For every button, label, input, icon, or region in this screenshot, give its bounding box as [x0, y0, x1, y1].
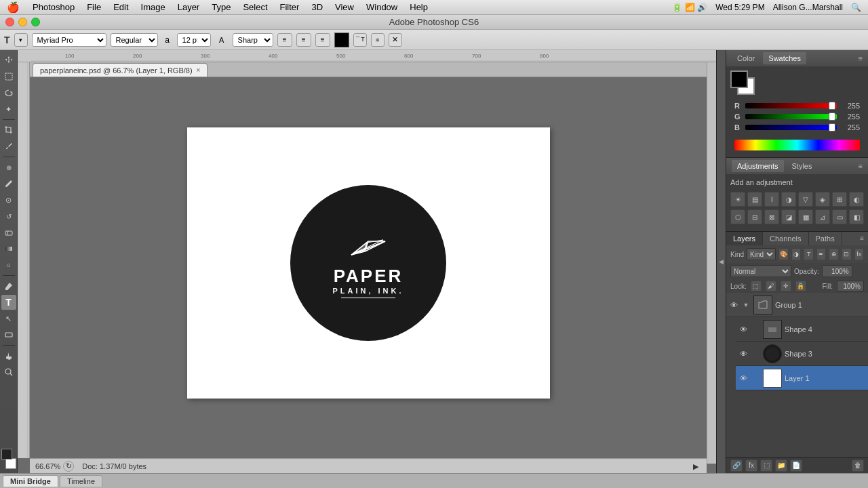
align-center-button[interactable]: ≡	[296, 33, 311, 47]
r-slider[interactable]	[745, 103, 837, 108]
fg-bg-swatches[interactable]	[730, 70, 755, 95]
hsl-btn[interactable]: ◈	[815, 192, 830, 207]
dodge-tool[interactable]: ○	[1, 258, 16, 272]
adjustments-tab[interactable]: Adjustments	[732, 160, 784, 172]
filter-pixel-btn[interactable]: 🎨	[778, 248, 789, 260]
foreground-color[interactable]	[1, 449, 12, 460]
layer-item-shape3[interactable]: 👁 Shape 3	[736, 342, 868, 366]
delete-layer-btn[interactable]: 🗑	[852, 460, 864, 472]
styles-tab[interactable]: Styles	[787, 160, 818, 172]
photo-filter-btn[interactable]: ⬡	[730, 209, 745, 224]
warp-text-button[interactable]: ⌒T	[353, 33, 367, 47]
type-tool[interactable]: T	[1, 295, 16, 310]
brightness-contrast-btn[interactable]: ☀	[730, 192, 745, 207]
menu-select[interactable]: Select	[237, 0, 273, 14]
close-button[interactable]	[5, 18, 14, 26]
gradient-tool[interactable]	[1, 241, 16, 256]
menu-image[interactable]: Image	[135, 0, 172, 14]
zoom-rotate-button[interactable]: ↻	[63, 461, 74, 472]
background-color[interactable]	[5, 458, 16, 469]
lock-transparent-btn[interactable]: ⬚	[751, 281, 762, 291]
history-brush-tool[interactable]: ↺	[1, 209, 16, 224]
character-panel-button[interactable]: ≡	[371, 33, 384, 47]
color-panel-header[interactable]: Color Swatches ≡	[726, 50, 868, 66]
add-layer-style-btn[interactable]: fx	[745, 460, 757, 472]
color-lookup-btn[interactable]: ⊠	[764, 209, 779, 224]
eraser-tool[interactable]	[1, 225, 16, 240]
bw-btn[interactable]: ◐	[849, 192, 864, 207]
blend-mode-select[interactable]: Normal	[730, 265, 791, 277]
adjustments-panel-header[interactable]: Adjustments Styles ≡	[726, 158, 868, 174]
healing-brush-tool[interactable]: ⊕	[1, 160, 16, 175]
clone-stamp-tool[interactable]: ⊙	[1, 192, 16, 207]
anti-alias-select[interactable]: Sharp	[233, 33, 273, 47]
add-mask-btn[interactable]: ⬚	[760, 460, 772, 472]
brush-tool[interactable]	[1, 176, 16, 191]
b-slider[interactable]	[745, 125, 837, 130]
lock-move-btn[interactable]: ✛	[781, 281, 791, 291]
layer-visibility-layer1[interactable]: 👁	[738, 373, 748, 383]
g-slider[interactable]	[745, 114, 837, 119]
marquee-tool[interactable]	[1, 69, 16, 84]
curves-btn[interactable]: ⌇	[764, 192, 779, 207]
paths-tab[interactable]: Paths	[809, 232, 842, 245]
menu-photoshop[interactable]: Photoshop	[26, 0, 81, 14]
lock-all-btn[interactable]: 🔒	[795, 281, 806, 291]
path-selection-tool[interactable]: ↖	[1, 311, 16, 326]
status-arrow[interactable]: ▶	[693, 462, 701, 470]
text-color-swatch[interactable]	[334, 33, 349, 47]
threshold-btn[interactable]: ⊿	[815, 209, 830, 224]
window-controls[interactable]	[5, 18, 40, 26]
zoom-tool[interactable]	[1, 365, 16, 380]
menu-3d[interactable]: 3D	[305, 0, 329, 14]
menu-window[interactable]: Window	[360, 0, 403, 14]
tab-close-button[interactable]: ×	[197, 66, 201, 74]
layers-panel-menu[interactable]: ≡	[856, 232, 868, 245]
new-layer-btn[interactable]: 📄	[790, 460, 802, 472]
layer-item-group1[interactable]: 👁 ▼ Group 1	[726, 293, 868, 317]
cancel-text-button[interactable]: ✕	[389, 33, 402, 47]
minimize-button[interactable]	[18, 18, 27, 26]
link-layers-btn[interactable]: 🔗	[730, 460, 743, 472]
maximize-button[interactable]	[31, 18, 40, 26]
lasso-tool[interactable]	[1, 85, 16, 100]
invert-btn[interactable]: ◪	[781, 209, 796, 224]
menu-file[interactable]: File	[81, 0, 107, 14]
hand-tool[interactable]	[1, 348, 16, 363]
menu-layer[interactable]: Layer	[172, 0, 206, 14]
foreground-swatch[interactable]	[730, 70, 748, 88]
options-toggle[interactable]: ▾	[14, 33, 28, 47]
menu-edit[interactable]: Edit	[107, 0, 134, 14]
add-layer-mask-btn[interactable]: ⊡	[842, 248, 852, 260]
layers-kind-select[interactable]: Kind	[747, 248, 776, 260]
color-panel-close[interactable]: ≡	[859, 54, 863, 62]
layer-visibility-shape3[interactable]: 👁	[738, 349, 748, 359]
layer-visibility-shape4[interactable]: 👁	[738, 325, 748, 334]
quick-select-tool[interactable]: ✦	[1, 102, 16, 117]
mini-bridge-tab[interactable]: Mini Bridge	[3, 475, 58, 487]
apple-menu[interactable]: 🍎	[0, 1, 26, 14]
font-style-select[interactable]: Regular	[111, 33, 158, 47]
vibrance-btn[interactable]: ▽	[798, 192, 813, 207]
color-swatches[interactable]	[1, 449, 16, 469]
white-canvas[interactable]: PAPER PLAIN, INK.	[187, 127, 550, 399]
align-right-button[interactable]: ≡	[315, 33, 330, 47]
layer-item-layer1[interactable]: 👁 Layer 1	[736, 366, 868, 390]
posterize-btn[interactable]: ▦	[798, 209, 813, 224]
layer-item-shape4[interactable]: 👁 Shape 4	[736, 317, 868, 342]
lock-paint-btn[interactable]: 🖌	[766, 281, 776, 291]
eyedropper-tool[interactable]	[1, 139, 16, 154]
color-tab[interactable]: Color	[732, 52, 760, 64]
color-balance-btn[interactable]: ⊞	[832, 192, 847, 207]
menu-help[interactable]: Help	[403, 0, 434, 14]
opacity-input[interactable]: 100%	[822, 265, 852, 277]
swatches-tab[interactable]: Swatches	[763, 52, 806, 64]
gradient-map-btn[interactable]: ▭	[832, 209, 847, 224]
menu-type[interactable]: Type	[205, 0, 237, 14]
channels-tab[interactable]: Channels	[763, 232, 808, 245]
panel-toggle[interactable]: ◀	[716, 50, 726, 473]
layer-expand-group1[interactable]: ▼	[741, 300, 751, 310]
filter-smart-btn[interactable]: ⊕	[829, 248, 839, 260]
shape-tool-btn[interactable]	[1, 327, 16, 342]
layer-visibility-group1[interactable]: 👁	[729, 300, 738, 310]
